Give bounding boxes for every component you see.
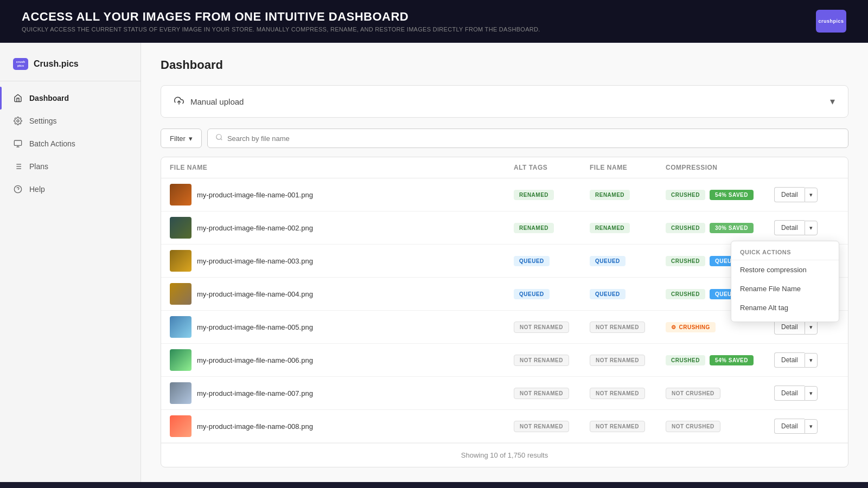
svg-point-0 (17, 120, 19, 122)
action-cell: Detail ▾ (774, 187, 839, 202)
file-name-cell: NOT RENAMED (590, 322, 666, 333)
filter-button[interactable]: Filter ▾ (161, 129, 202, 148)
col-alt-tags: Alt Tags (514, 164, 590, 171)
detail-button[interactable]: Detail (774, 220, 805, 235)
filter-bar: Filter ▾ (161, 129, 848, 148)
search-box (207, 129, 848, 148)
alt-tag-cell: RENAMED (514, 189, 590, 200)
thumbnail (170, 382, 192, 404)
detail-button[interactable]: Detail (774, 419, 805, 434)
file-name-cell: RENAMED (590, 222, 666, 233)
alt-tag-cell: QUEUED (514, 288, 590, 299)
detail-dropdown-button[interactable]: ▾ (805, 188, 818, 202)
filename: my-product-image-file-name-004.png (197, 290, 313, 298)
table-row: my-product-image-file-name-007.png NOT R… (161, 377, 848, 410)
saved-badge: 54% SAVED (710, 355, 754, 365)
alt-tag-cell: RENAMED (514, 222, 590, 233)
detail-dropdown-button[interactable]: ▾ (805, 386, 818, 401)
detail-button[interactable]: Detail (774, 386, 805, 401)
sidebar-brand-name: Crush.pics (34, 59, 79, 69)
file-cell: my-product-image-file-name-006.png (170, 349, 514, 371)
action-cell: Detail ▾ (774, 352, 839, 368)
sidebar-brand-icon: crushpics (13, 58, 28, 70)
thumbnail (170, 250, 192, 272)
file-name-cell: QUEUED (590, 288, 666, 299)
saved-badge: 54% SAVED (710, 190, 754, 200)
compression-badge: ⚙ CRUSHING (666, 322, 716, 332)
filename: my-product-image-file-name-005.png (197, 323, 313, 331)
file-name-cell: NOT RENAMED (590, 355, 666, 366)
sidebar-item-plans[interactable]: Plans (0, 155, 141, 178)
compression-badge: CRUSHED (666, 190, 705, 200)
search-icon (215, 133, 223, 143)
upload-icon (174, 96, 184, 107)
sidebar-item-help-label: Help (29, 185, 45, 194)
compression-badge: CRUSHED (666, 256, 705, 266)
search-input[interactable] (227, 134, 840, 143)
detail-dropdown-button[interactable]: ▾ (805, 353, 818, 368)
action-cell: Detail ▾ (774, 386, 839, 401)
chevron-down-icon: ▾ (830, 95, 835, 107)
file-cell: my-product-image-file-name-004.png (170, 283, 514, 305)
dropdown-item-restore[interactable]: Restore compression (731, 260, 839, 279)
detail-dropdown-button[interactable]: ▾ (805, 419, 818, 434)
filename: my-product-image-file-name-006.png (197, 356, 313, 364)
file-cell: my-product-image-file-name-002.png (170, 217, 514, 239)
alt-tag-cell: QUEUED (514, 255, 590, 266)
thumbnail (170, 217, 192, 239)
file-name-cell: RENAMED (590, 189, 666, 200)
file-cell: my-product-image-file-name-007.png (170, 382, 514, 404)
plans-icon (13, 162, 23, 171)
saved-badge: 30% SAVED (710, 223, 754, 233)
sidebar: crushpics Crush.pics Dashboard Settings … (0, 43, 141, 482)
col-file-name: File Name (590, 164, 666, 171)
spinning-icon: ⚙ (671, 324, 676, 330)
files-table: File name Alt Tags File Name Compression… (161, 157, 848, 467)
dropdown-header: QUICK ACTIONS (731, 246, 839, 260)
sidebar-item-settings[interactable]: Settings (0, 110, 141, 132)
compression-cell: CRUSHED 30% SAVED (666, 223, 774, 233)
col-filename: File name (170, 164, 514, 171)
manual-upload-card[interactable]: Manual upload ▾ (161, 85, 848, 118)
sidebar-item-batch-actions[interactable]: Batch Actions (0, 132, 141, 155)
file-name-badge: RENAMED (590, 223, 630, 233)
table-row: my-product-image-file-name-001.png RENAM… (161, 178, 848, 211)
compression-cell: CRUSHED 54% SAVED (666, 190, 774, 200)
alt-tag-badge: QUEUED (514, 256, 550, 266)
compression-badge: CRUSHED (666, 223, 705, 233)
dropdown-item-rename-file[interactable]: Rename File Name (731, 279, 839, 298)
table-row: my-product-image-file-name-008.png NOT R… (161, 410, 848, 443)
compression-cell: NOT CRUSHED (666, 421, 774, 432)
main-layout: crushpics Crush.pics Dashboard Settings … (0, 43, 868, 482)
alt-tag-badge: NOT RENAMED (514, 388, 569, 399)
alt-tag-badge: RENAMED (514, 190, 554, 200)
sidebar-item-help[interactable]: Help (0, 178, 141, 201)
file-cell: my-product-image-file-name-008.png (170, 415, 514, 437)
sidebar-item-settings-label: Settings (29, 117, 57, 125)
batch-icon (13, 139, 23, 149)
upload-card-label: Manual upload (174, 96, 244, 107)
detail-button[interactable]: Detail (774, 352, 805, 368)
dropdown-item-rename-alt[interactable]: Rename Alt tag (731, 298, 839, 317)
filter-label: Filter (170, 134, 186, 143)
table-row: my-product-image-file-name-002.png RENAM… (161, 211, 848, 245)
compression-cell: NOT CRUSHED (666, 388, 774, 399)
thumbnail (170, 349, 192, 371)
file-name-badge: NOT RENAMED (590, 421, 645, 432)
filename: my-product-image-file-name-008.png (197, 422, 313, 431)
compression-badge: NOT CRUSHED (666, 388, 720, 399)
banner-text: ACCESS ALL YOUR IMAGES FROM ONE INTUITIV… (22, 10, 540, 33)
banner-title: ACCESS ALL YOUR IMAGES FROM ONE INTUITIV… (22, 10, 540, 24)
filename: my-product-image-file-name-003.png (197, 257, 313, 265)
detail-dropdown-button[interactable]: ▾ (805, 221, 818, 235)
help-icon (13, 184, 23, 194)
col-actions (774, 164, 839, 171)
settings-icon (13, 116, 23, 126)
action-cell: Detail ▾ QUICK ACTIONS Restore compressi… (774, 220, 839, 235)
detail-button[interactable]: Detail (774, 187, 805, 202)
col-compression: Compression (666, 164, 774, 171)
filename: my-product-image-file-name-002.png (197, 224, 313, 232)
sidebar-item-dashboard[interactable]: Dashboard (0, 87, 141, 110)
filename: my-product-image-file-name-007.png (197, 389, 313, 397)
crush-pics-logo: crushpics (816, 10, 846, 33)
